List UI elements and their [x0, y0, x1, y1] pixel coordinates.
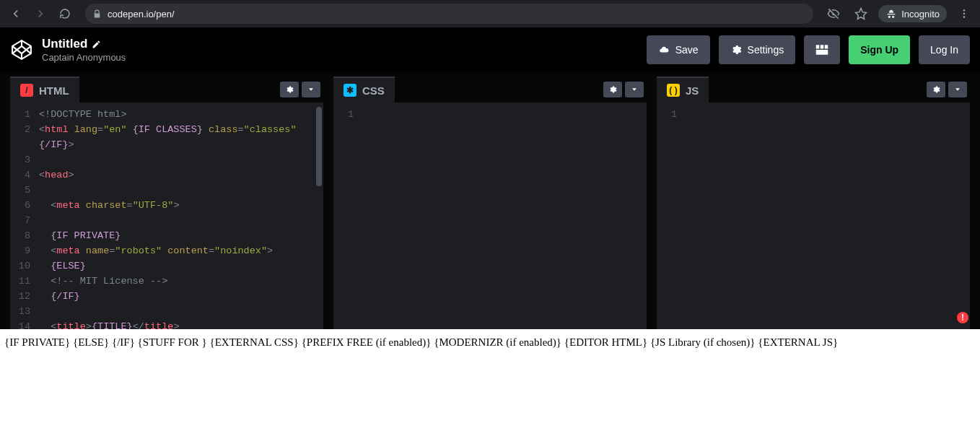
pencil-icon	[92, 40, 101, 49]
tab-js[interactable]: ( ) JS	[657, 77, 709, 103]
browser-back-button[interactable]	[6, 4, 26, 24]
css-dropdown-button[interactable]	[625, 82, 644, 97]
line-gutter: 1	[657, 103, 683, 329]
browser-menu-button[interactable]	[954, 4, 974, 24]
js-settings-button[interactable]	[927, 82, 945, 97]
error-indicator[interactable]: !	[957, 312, 968, 323]
gear-icon	[608, 85, 617, 94]
svg-rect-3	[816, 45, 820, 48]
browser-forward-button[interactable]	[30, 4, 51, 24]
html-dropdown-button[interactable]	[302, 82, 320, 97]
editors-container: / HTML 12 34567891011121314 <!DOCTYPE ht…	[0, 72, 980, 329]
css-badge-icon: ✱	[344, 84, 356, 97]
editor-js: ( ) JS 1	[657, 77, 970, 329]
incognito-label: Incognito	[901, 9, 940, 19]
js-code-area[interactable]: 1	[657, 103, 970, 329]
url-text: codepen.io/pen/	[108, 9, 175, 19]
layout-icon	[815, 44, 828, 56]
incognito-badge[interactable]: Incognito	[878, 5, 947, 22]
settings-button[interactable]: Settings	[719, 35, 796, 64]
chevron-down-icon	[954, 86, 961, 93]
line-gutter: 1	[333, 103, 359, 329]
gear-icon	[730, 44, 742, 56]
line-gutter: 12 34567891011121314	[10, 103, 36, 329]
login-button[interactable]: Log In	[919, 35, 970, 64]
svg-point-1	[963, 13, 966, 15]
star-icon[interactable]	[851, 4, 871, 24]
chevron-down-icon	[631, 86, 638, 93]
layout-button[interactable]	[804, 35, 840, 64]
incognito-icon	[885, 8, 897, 19]
html-badge-icon: /	[20, 84, 33, 97]
html-settings-button[interactable]	[280, 82, 299, 97]
lock-icon	[92, 9, 102, 19]
editor-html: / HTML 12 34567891011121314 <!DOCTYPE ht…	[10, 77, 323, 329]
svg-rect-5	[825, 45, 828, 48]
css-code-area[interactable]: 1	[333, 103, 647, 329]
tab-html[interactable]: / HTML	[10, 77, 79, 103]
pen-author: Captain Anonymous	[42, 52, 638, 63]
browser-address-bar: codepen.io/pen/ Incognito	[0, 0, 980, 27]
svg-rect-4	[821, 45, 824, 48]
code-content	[683, 103, 970, 329]
preview-output: {IF PRIVATE} {ELSE} {/IF} {STUFF FOR } {…	[0, 329, 980, 436]
browser-reload-button[interactable]	[55, 4, 75, 24]
html-code-area[interactable]: 12 34567891011121314 <!DOCTYPE html><htm…	[10, 103, 323, 329]
svg-point-0	[963, 9, 966, 12]
svg-point-2	[963, 16, 966, 18]
code-content	[359, 103, 647, 329]
tab-css[interactable]: ✱ CSS	[333, 77, 395, 103]
codepen-logo[interactable]	[10, 38, 33, 61]
eye-off-icon[interactable]	[823, 4, 844, 24]
save-button[interactable]: Save	[647, 35, 710, 64]
svg-rect-6	[816, 50, 828, 55]
app-header: Untitled Captain Anonymous Save Settings…	[0, 27, 980, 72]
editor-css: ✱ CSS 1	[333, 77, 647, 329]
js-dropdown-button[interactable]	[948, 82, 967, 97]
js-badge-icon: ( )	[667, 84, 680, 97]
browser-url-input[interactable]: codepen.io/pen/	[85, 4, 813, 24]
scrollbar-thumb[interactable]	[316, 107, 322, 186]
css-settings-button[interactable]	[603, 82, 622, 97]
gear-icon	[932, 85, 940, 94]
signup-button[interactable]: Sign Up	[849, 35, 910, 64]
code-content: <!DOCTYPE html><html lang="en" {IF CLASS…	[36, 103, 323, 329]
pen-title[interactable]: Untitled	[42, 37, 638, 51]
chevron-down-icon	[307, 86, 315, 93]
gear-icon	[285, 85, 294, 94]
cloud-icon	[658, 45, 670, 55]
